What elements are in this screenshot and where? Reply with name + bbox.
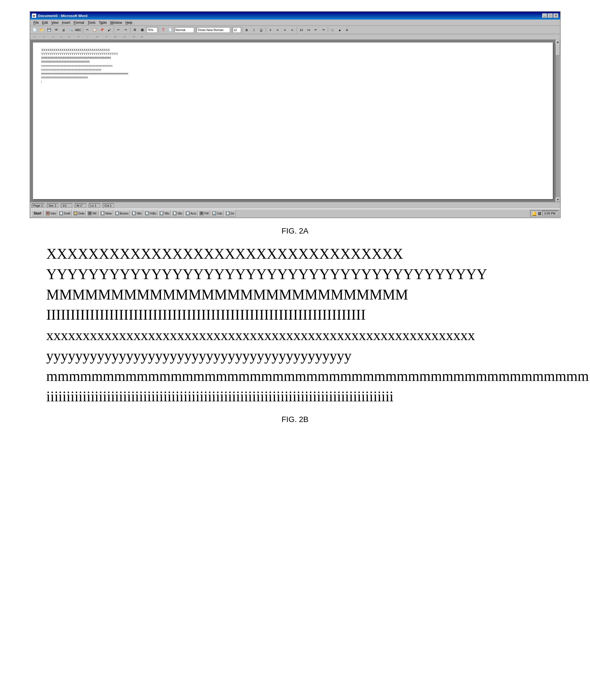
toolbar-sep-2 xyxy=(114,27,114,33)
menu-format[interactable]: Format xyxy=(72,20,86,25)
netw-icon: 📄 xyxy=(101,211,105,215)
fig2b-line-7: mmmmmmmmmmmmmmmmmmmmmmmmmmmmmmmmmmmmmmmm… xyxy=(46,366,544,386)
style-dropdown[interactable]: Normal xyxy=(174,27,194,33)
taskbar-acro[interactable]: 📄 Acro xyxy=(185,210,198,217)
scroll-down-button[interactable]: ▼ xyxy=(556,197,560,202)
increase-indent-button[interactable]: ⇥ xyxy=(320,27,327,33)
numbering-button[interactable]: 1≡ xyxy=(298,27,305,33)
taskbar-bo1[interactable]: 📄 \\Bo xyxy=(130,210,143,217)
copy-button[interactable]: 📋 xyxy=(91,27,98,33)
menu-bar: File Edit View Insert Format Tools Table… xyxy=(30,20,560,26)
menu-insert[interactable]: Insert xyxy=(60,20,72,25)
menu-tools[interactable]: Tools xyxy=(86,20,97,25)
taskbar-netw-label: Netw xyxy=(105,212,112,215)
close-button[interactable]: ✕ xyxy=(554,13,559,18)
menu-window[interactable]: Window xyxy=(108,20,124,25)
vertical-scrollbar[interactable]: ▲ ▼ xyxy=(556,40,560,202)
start-button[interactable]: Start xyxy=(31,210,44,217)
menu-file[interactable]: File xyxy=(32,20,40,25)
taskbar-fw-label: FW xyxy=(204,212,209,215)
taskbar-time: 3:09 PM xyxy=(542,211,558,216)
underline-button[interactable]: U xyxy=(258,27,265,33)
fig2b-line-1: XXXXXXXXXXXXXXXXXXXXXXXXXXXXXXXXXX xyxy=(46,244,544,264)
bullets-button[interactable]: •≡ xyxy=(305,27,312,33)
font-dropdown[interactable]: Times New Roman xyxy=(196,27,230,33)
docmap-btn[interactable]: 📑 xyxy=(167,27,174,33)
do-icon: 📄 xyxy=(226,211,230,215)
menu-edit[interactable]: Edit xyxy=(40,20,50,25)
format-painter-button[interactable]: 🖌 xyxy=(106,27,113,33)
bo2-icon: 📄 xyxy=(145,211,149,215)
re-icon: ✉ xyxy=(88,211,92,215)
fig2b-line-2: YYYYYYYYYYYYYYYYYYYYYYYYYYYYYYYYYYYYYYYY… xyxy=(46,264,544,285)
taskbar-bo4-label: \\Bo xyxy=(178,212,183,215)
window-title: Document3 - Microsoft Word xyxy=(38,14,88,18)
font-size-dropdown[interactable]: 12 xyxy=(232,27,241,33)
menu-table[interactable]: Table xyxy=(97,20,108,25)
maximize-button[interactable]: □ xyxy=(548,13,553,18)
taskbar-boston[interactable]: 📄 Boston xyxy=(114,210,130,217)
taskbar-do-label: Do xyxy=(230,212,234,215)
taskbar-fw[interactable]: ✉ FW xyxy=(198,210,210,217)
italic-button[interactable]: I xyxy=(251,27,258,33)
align-left-button[interactable]: ≡ xyxy=(267,27,274,33)
align-justify-button[interactable]: ≡ xyxy=(289,27,296,33)
highlight-button[interactable]: ▲ xyxy=(336,27,343,33)
doc-area[interactable]: XXXXXXXXXXXXXXXXXXXXXXXXXXXXXXXXXX YYYYY… xyxy=(30,40,556,202)
col-status: Col 1 xyxy=(103,203,114,208)
taskbar-inbo[interactable]: 📥 Inbo xyxy=(44,210,57,217)
taskbar-inbo-label: Inbo xyxy=(51,212,56,215)
taskbar-acro-label: Acro xyxy=(191,212,196,215)
align-center-button[interactable]: ≡ xyxy=(275,27,281,33)
title-bar: W Document3 - Microsoft Word _ □ ✕ xyxy=(30,12,560,20)
taskbar-draft[interactable]: 📄 Draft xyxy=(58,210,72,217)
taskbar-bo1-label: \\Bo xyxy=(137,212,142,215)
boston-icon: 📄 xyxy=(115,211,119,215)
open-button[interactable]: 📂 xyxy=(38,27,45,33)
bold-button[interactable]: B xyxy=(243,27,250,33)
fig2b-line-8: iiiiiiiiiiiiiiiiiiiiiiiiiiiiiiiiiiiiiiii… xyxy=(46,386,544,407)
cut-button[interactable]: ✂ xyxy=(84,27,91,33)
menu-view[interactable]: View xyxy=(50,20,60,25)
save-button[interactable]: 💾 xyxy=(46,27,53,33)
bo4-icon: 📄 xyxy=(173,211,177,215)
taskbar-bo2[interactable]: 📄 \\\\Bo xyxy=(144,210,158,217)
doc-line-3: MMMMMMMMMMMMMMMMMMMMMMMMMMMM xyxy=(41,56,545,60)
print-button[interactable]: 🖨 xyxy=(60,27,67,33)
new-button[interactable]: 📄 xyxy=(31,27,38,33)
print-preview-button[interactable]: 🔍 xyxy=(68,27,74,33)
decrease-indent-button[interactable]: ⇤ xyxy=(313,27,319,33)
taskbar-orde[interactable]: 📁 Orde xyxy=(72,210,86,217)
word-screenshot: W Document3 - Microsoft Word _ □ ✕ File … xyxy=(30,11,561,218)
insert-table-button[interactable]: ⊞ xyxy=(132,27,138,33)
scroll-thumb[interactable] xyxy=(556,44,560,55)
fig2b-line-4: IIIIIIIIIIIIIIIIIIIIIIIIIIIIIIIIIIIIIIII… xyxy=(46,305,544,325)
redo-button[interactable]: ↪ xyxy=(122,27,129,33)
minimize-button[interactable]: _ xyxy=(542,13,547,18)
undo-button[interactable]: ↩ xyxy=(115,27,122,33)
title-bar-left: W Document3 - Microsoft Word xyxy=(32,13,88,18)
taskbar-re[interactable]: ✉ RE: xyxy=(86,210,99,217)
paste-button[interactable]: 📌 xyxy=(99,27,105,33)
system-tray: 🔔🖥 3:09 PM xyxy=(530,210,559,217)
taskbar-netw[interactable]: 📄 Netw xyxy=(99,210,113,217)
at-status: At 1" xyxy=(75,203,86,208)
insert-table2-button[interactable]: ▦ xyxy=(139,27,145,33)
border-button[interactable]: □ xyxy=(329,27,336,33)
help-btn[interactable]: ❓ xyxy=(160,27,167,33)
taskbar-do[interactable]: 📄 Do xyxy=(224,210,235,217)
email-button[interactable]: ✉ xyxy=(53,27,60,33)
sec-status: Sec 1 xyxy=(47,203,58,208)
spell-check-button[interactable]: ABC xyxy=(75,27,82,33)
menu-help[interactable]: Help xyxy=(124,20,134,25)
taskbar-bo3[interactable]: 📄 \\Bo xyxy=(158,210,171,217)
fw-icon: ✉ xyxy=(200,211,203,215)
align-right-button[interactable]: ≡ xyxy=(282,27,288,33)
font-color-button[interactable]: A xyxy=(344,27,351,33)
scroll-up-button[interactable]: ▲ xyxy=(556,40,560,44)
fig2b-line-3: MMMMMMMMMMMMMMMMMMMMMMMMMMMM xyxy=(46,285,544,305)
fig2b-line-6: yyyyyyyyyyyyyyyyyyyyyyyyyyyyyyyyyyyyyyyy… xyxy=(46,346,544,366)
taskbar-bo4[interactable]: 📄 \\Bo xyxy=(171,210,184,217)
taskbar-calc[interactable]: 📊 Calc xyxy=(211,210,224,217)
zoom-input[interactable]: 75% xyxy=(146,27,157,33)
